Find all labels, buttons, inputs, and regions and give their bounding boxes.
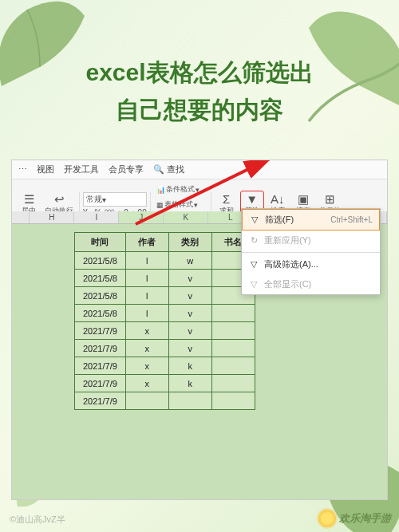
number-format-combo[interactable]: 常规 ▾ — [83, 192, 147, 207]
select-all-corner[interactable] — [12, 211, 30, 223]
filter-dropdown: ▽ 筛选(F) Ctrl+Shift+L ↻ 重新应用(Y) ▽ 高级筛选(A)… — [241, 208, 381, 295]
table-row: 2021/5/8lw — [75, 252, 255, 270]
table-cell[interactable]: l — [125, 305, 168, 322]
ribbon-tabs: ⋯ 视图 开发工具 会员专享 🔍 查找 — [12, 160, 387, 179]
table-cell[interactable]: 2021/5/8 — [75, 252, 126, 270]
excel-window: ⋯ 视图 开发工具 会员专享 🔍 查找 ☰ 居中 ↩ 自动执行 常规 ▾ ¥▾ … — [11, 160, 388, 500]
reapply-icon: ↻ — [248, 235, 259, 246]
dropdown-showall: ▽ 全部显示(C) — [242, 274, 380, 294]
cell-icon: ⊞ — [325, 193, 335, 205]
table-cell[interactable]: 2021/5/8 — [75, 287, 126, 305]
table-cell[interactable] — [211, 340, 255, 357]
table-cell[interactable]: 2021/7/9 — [75, 375, 126, 392]
table-cell[interactable]: l — [125, 287, 168, 305]
table-cell[interactable]: 2021/5/8 — [75, 270, 126, 287]
table-cell[interactable] — [211, 322, 255, 340]
table-style-button[interactable]: ▦ 表格样式▾ — [154, 198, 207, 211]
table-cell[interactable]: v — [168, 340, 211, 357]
table-cell[interactable]: l — [125, 270, 168, 287]
table-cell[interactable]: 2021/5/8 — [75, 305, 126, 322]
separator — [242, 252, 380, 253]
sort-icon: A↓ — [271, 193, 285, 205]
table-cell[interactable] — [211, 357, 255, 375]
ellipsis-icon: ⋯ — [18, 164, 27, 175]
table-cell[interactable]: x — [125, 375, 168, 392]
dropdown-reapply: ↻ 重新应用(Y) — [242, 231, 380, 250]
table-cell[interactable]: 2021/7/9 — [75, 357, 126, 375]
header-author[interactable]: 作者 — [125, 233, 168, 252]
table-cell[interactable]: l — [125, 252, 168, 270]
title-line-2: 自己想要的内容 — [0, 92, 399, 129]
data-table: 时间 作者 类别 书名 2021/5/8lw2021/5/8lv2021/5/8… — [74, 232, 255, 410]
table-cell[interactable]: v — [168, 305, 211, 322]
table-cell[interactable] — [211, 375, 255, 392]
wrap-icon: ↩ — [54, 193, 65, 205]
col-header[interactable]: J — [119, 211, 164, 223]
showall-icon: ▽ — [248, 279, 259, 290]
funnel-icon: ▼ — [246, 193, 258, 205]
dropdown-advanced[interactable]: ▽ 高级筛选(A)... — [242, 254, 380, 274]
search-box[interactable]: 🔍 查找 — [153, 164, 184, 175]
dropdown-filter[interactable]: ▽ 筛选(F) Ctrl+Shift+L — [242, 209, 380, 231]
header-category[interactable]: 类别 — [168, 233, 211, 252]
table-cell[interactable]: 2021/7/9 — [75, 322, 126, 340]
table-row: 2021/7/9xv — [75, 322, 255, 340]
table-row: 2021/7/9xk — [75, 357, 255, 375]
col-header[interactable]: K — [164, 211, 208, 223]
tab-view[interactable]: 视图 — [37, 164, 54, 175]
col-header[interactable]: H — [30, 211, 74, 223]
align-icon: ☰ — [24, 193, 34, 205]
table-cell[interactable]: x — [125, 357, 168, 375]
table-row: 2021/7/9xk — [75, 375, 255, 392]
table-cell[interactable]: v — [168, 287, 211, 305]
sum-icon: Σ — [223, 193, 230, 205]
watermark-left: ©迪山高JvZ半 — [10, 514, 65, 526]
table-cell[interactable]: 2021/7/9 — [75, 340, 126, 357]
table-row: 2021/7/9 — [75, 392, 255, 410]
table-cell[interactable]: k — [168, 375, 211, 392]
table-row: 2021/7/9xv — [75, 340, 255, 357]
table-cell[interactable]: k — [168, 357, 211, 375]
table-cell[interactable] — [211, 392, 255, 410]
watermark-right: 欢乐淘手游 — [318, 510, 391, 527]
table-cell[interactable]: x — [125, 322, 168, 340]
table-cell[interactable]: x — [125, 340, 168, 357]
table-cell[interactable]: w — [168, 252, 211, 270]
table-row: 2021/5/8lv — [75, 305, 255, 322]
funnel-icon: ▽ — [249, 215, 260, 225]
fill-icon: ▣ — [298, 193, 309, 205]
cond-format-button[interactable]: 📊 条件格式▾ — [154, 183, 207, 196]
table-cell[interactable] — [211, 305, 255, 322]
table-cell[interactable]: v — [168, 270, 211, 287]
tab-vip[interactable]: 会员专享 — [109, 164, 144, 175]
col-header[interactable]: I — [74, 211, 119, 223]
search-label: 查找 — [167, 164, 184, 175]
advanced-filter-icon: ▽ — [248, 259, 259, 270]
table-cell[interactable]: 2021/7/9 — [75, 392, 126, 410]
search-icon: 🔍 — [153, 164, 164, 175]
page-title: excel表格怎么筛选出 自己想要的内容 — [0, 54, 399, 128]
table-cell[interactable] — [125, 392, 168, 410]
table-row: 2021/5/8lv — [75, 287, 255, 305]
shortcut-label: Ctrl+Shift+L — [330, 215, 373, 224]
table-row: 2021/5/8lv — [75, 270, 255, 287]
table-header-row: 时间 作者 类别 书名 — [75, 233, 255, 252]
sun-icon — [318, 510, 336, 527]
tab-dev[interactable]: 开发工具 — [64, 164, 99, 175]
table-cell[interactable] — [168, 392, 211, 410]
title-line-1: excel表格怎么筛选出 — [0, 54, 399, 92]
table-cell[interactable]: v — [168, 322, 211, 340]
header-time[interactable]: 时间 — [75, 233, 126, 252]
